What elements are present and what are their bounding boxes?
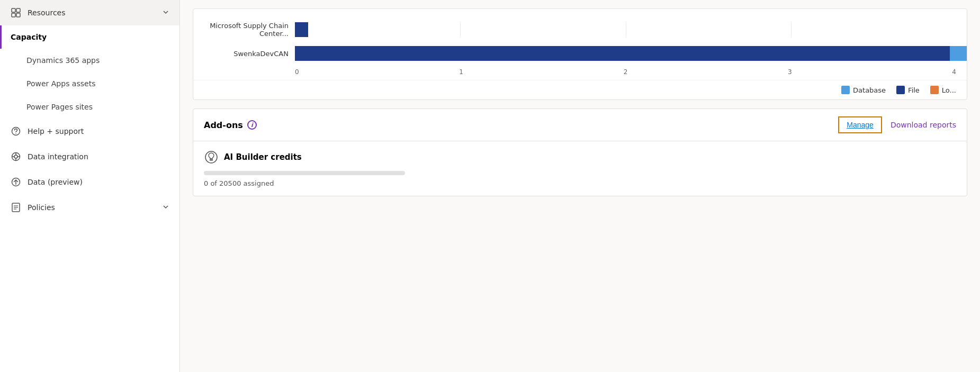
data-preview-label: Data (preview): [28, 178, 83, 186]
addons-body: AI Builder credits 0 of 20500 assigned: [193, 141, 967, 196]
addons-title-row: Add-ons i: [204, 120, 257, 130]
svg-rect-3: [16, 13, 20, 17]
svg-rect-1: [16, 8, 20, 12]
chart-bar-area-supply-chain: [295, 22, 956, 37]
capacity-label: Capacity: [11, 33, 47, 41]
chart-row-swenka: SwenkaDevCAN: [204, 46, 956, 61]
policies-chevron-icon: [163, 203, 169, 212]
sidebar-item-capacity[interactable]: Capacity: [0, 25, 179, 49]
manage-button[interactable]: Manage: [838, 116, 882, 133]
chart-legend: Database File Lo...: [193, 80, 967, 99]
axis-tick-1: 1: [459, 68, 463, 76]
svg-point-7: [14, 155, 17, 158]
chart-axis-ticks: 0 1 2 3 4: [295, 68, 956, 76]
axis-tick-0: 0: [295, 68, 299, 76]
axis-tick-3: 3: [788, 68, 792, 76]
help-label: Help + support: [28, 127, 84, 135]
chart-label-swenka: SwenkaDevCAN: [204, 50, 289, 58]
sidebar: Resources Capacity Dynamics 365 apps Pow…: [0, 0, 180, 372]
ai-builder-row: AI Builder credits: [204, 150, 956, 165]
resources-icon: [11, 7, 21, 18]
addons-title: Add-ons: [204, 120, 243, 130]
legend-log-label: Lo...: [942, 86, 956, 94]
dynamics365-label: Dynamics 365 apps: [26, 56, 100, 65]
axis-tick-4: 4: [952, 68, 956, 76]
svg-point-5: [15, 133, 16, 134]
sidebar-item-resources[interactable]: Resources: [0, 0, 179, 25]
bar-swenka-db: [950, 46, 968, 61]
addons-header: Add-ons i Manage Download reports: [193, 109, 967, 141]
svg-rect-0: [12, 8, 15, 12]
legend-log: Lo...: [930, 86, 956, 94]
main-content: Microsoft Supply Chain Center... Swenk: [180, 0, 980, 372]
grid-line-3: [791, 22, 792, 37]
grid-line-2: [626, 22, 626, 37]
chart-bars: Microsoft Supply Chain Center... Swenk: [204, 17, 956, 65]
sidebar-item-powerpages[interactable]: Power Pages sites: [0, 95, 179, 119]
chart-axis: 0 1 2 3 4: [295, 65, 956, 80]
sidebar-item-help[interactable]: Help + support: [0, 119, 179, 144]
legend-file-color: [896, 86, 905, 94]
legend-database-label: Database: [853, 86, 886, 94]
sidebar-item-policies[interactable]: Policies: [0, 195, 179, 220]
ai-builder-title: AI Builder credits: [224, 152, 302, 162]
chart-bar-area-swenka: [295, 46, 956, 61]
legend-file: File: [896, 86, 920, 94]
sidebar-item-data-preview[interactable]: Data (preview): [0, 169, 179, 195]
resources-label: Resources: [28, 8, 66, 17]
legend-file-label: File: [908, 86, 920, 94]
grid-line-1: [460, 22, 461, 37]
legend-log-color: [930, 86, 939, 94]
policies-label: Policies: [28, 203, 55, 212]
svg-rect-2: [12, 13, 15, 17]
chart-inner: Microsoft Supply Chain Center... Swenk: [193, 9, 967, 80]
addons-info-icon[interactable]: i: [247, 120, 257, 130]
legend-database-color: [841, 86, 850, 94]
legend-database: Database: [841, 86, 886, 94]
resources-chevron-icon: [163, 8, 169, 17]
data-integration-label: Data integration: [28, 152, 88, 161]
sidebar-item-powerapps[interactable]: Power Apps assets: [0, 72, 179, 95]
bar-swenka-file: [295, 46, 950, 61]
data-preview-icon: [11, 177, 21, 187]
download-reports-link[interactable]: Download reports: [891, 121, 956, 129]
help-icon: [11, 126, 21, 137]
ai-builder-progress-bar: [204, 171, 405, 175]
powerpages-label: Power Pages sites: [26, 103, 93, 111]
sidebar-item-data-integration[interactable]: Data integration: [0, 144, 179, 169]
ai-builder-progress-text: 0 of 20500 assigned: [204, 179, 956, 187]
addons-section: Add-ons i Manage Download reports: [193, 108, 967, 196]
ai-builder-icon: [204, 150, 219, 165]
axis-tick-2: 2: [624, 68, 628, 76]
chart-section: Microsoft Supply Chain Center... Swenk: [193, 8, 967, 100]
chart-label-supply-chain: Microsoft Supply Chain Center...: [204, 22, 289, 38]
addons-actions: Manage Download reports: [838, 116, 956, 133]
bar-supply-chain-file: [295, 22, 308, 37]
chart-row-supply-chain: Microsoft Supply Chain Center...: [204, 22, 956, 38]
powerapps-label: Power Apps assets: [26, 79, 95, 88]
sidebar-item-dynamics365[interactable]: Dynamics 365 apps: [0, 49, 179, 72]
data-integration-icon: [11, 151, 21, 162]
policies-icon: [11, 202, 21, 213]
